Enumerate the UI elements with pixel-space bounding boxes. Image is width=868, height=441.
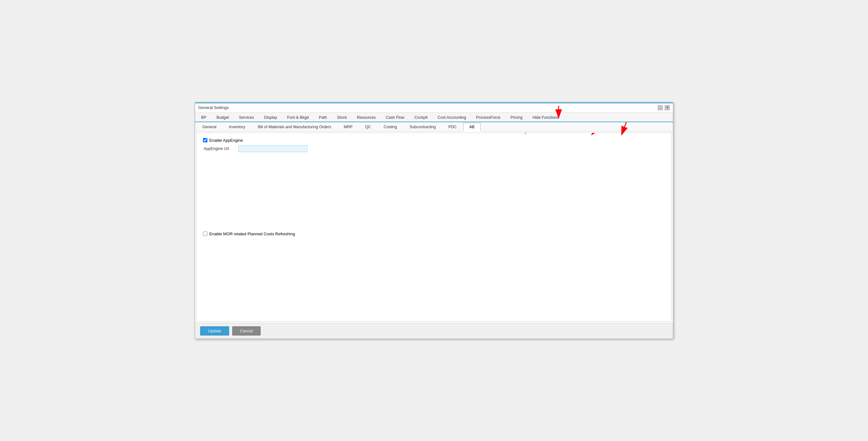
appengine-url-row: AppEngine Url xyxy=(203,145,665,152)
tab-path[interactable]: Path xyxy=(314,113,332,122)
tab-budget[interactable]: Budget xyxy=(212,113,234,122)
tab-processforce[interactable]: ProcessForce xyxy=(471,113,505,122)
main-window: General Settings – ✕ BP Budget Services … xyxy=(195,102,673,339)
enable-mor-label: Enable MOR related Planned Costs Refresh… xyxy=(209,232,295,236)
tab-cost-accounting[interactable]: Cost Accounting xyxy=(433,113,471,122)
cancel-button[interactable]: Cancel xyxy=(232,326,260,335)
close-button[interactable]: ✕ xyxy=(665,105,670,110)
tab-display[interactable]: Display xyxy=(259,113,282,122)
appengine-url-input[interactable] xyxy=(238,145,308,152)
window-title: General Settings xyxy=(198,105,229,110)
enable-appengine-row: Enable AppEngine xyxy=(203,138,665,143)
title-bar: General Settings – ✕ xyxy=(195,103,673,113)
footer: Update Cancel xyxy=(195,323,673,339)
tab-resources[interactable]: Resources xyxy=(352,113,380,122)
tab2-bom[interactable]: Bill of Materials and Manufacturing Orde… xyxy=(252,123,337,131)
tab-cash-flow[interactable]: Cash Flow xyxy=(381,113,409,122)
tab2-general[interactable]: General xyxy=(196,123,222,131)
second-tabs-row: General Inventory Bill of Materials and … xyxy=(195,122,673,131)
tab2-costing[interactable]: Costing xyxy=(378,123,403,131)
tab-bp[interactable]: BP xyxy=(196,113,211,122)
appengine-url-label: AppEngine Url xyxy=(204,146,235,151)
tab-pricing[interactable]: Pricing xyxy=(506,113,527,122)
tab-cockpit[interactable]: Cockpit xyxy=(410,113,432,122)
tab2-inventory[interactable]: Inventory xyxy=(223,123,251,131)
content-area: Enable AppEngine AppEngine Url Enable MO… xyxy=(196,133,672,322)
enable-mor-row: Enable MOR related Planned Costs Refresh… xyxy=(203,232,665,236)
top-tabs-row: BP Budget Services Display Font & Bkgd P… xyxy=(195,113,673,122)
tab2-mrp[interactable]: MRP xyxy=(338,123,359,131)
tab2-ae[interactable]: AE xyxy=(463,123,480,131)
tab-stock[interactable]: Stock xyxy=(332,113,351,122)
tab-font-bkgd[interactable]: Font & Bkgd xyxy=(282,113,313,122)
tab2-pdc[interactable]: PDC xyxy=(442,123,463,131)
update-button[interactable]: Update xyxy=(200,326,229,335)
content-spacer xyxy=(203,156,665,232)
tab2-subcontracting[interactable]: Subcontracting xyxy=(403,123,441,131)
title-controls: – ✕ xyxy=(658,105,670,110)
tab2-qc[interactable]: QC xyxy=(359,123,377,131)
enable-mor-checkbox[interactable] xyxy=(203,232,208,236)
tab-hide-functions[interactable]: Hide Functions xyxy=(528,113,563,122)
tab-services[interactable]: Services xyxy=(234,113,259,122)
enable-appengine-label: Enable AppEngine xyxy=(209,138,243,143)
minimize-button[interactable]: – xyxy=(658,105,663,110)
enable-appengine-checkbox[interactable] xyxy=(203,138,208,142)
